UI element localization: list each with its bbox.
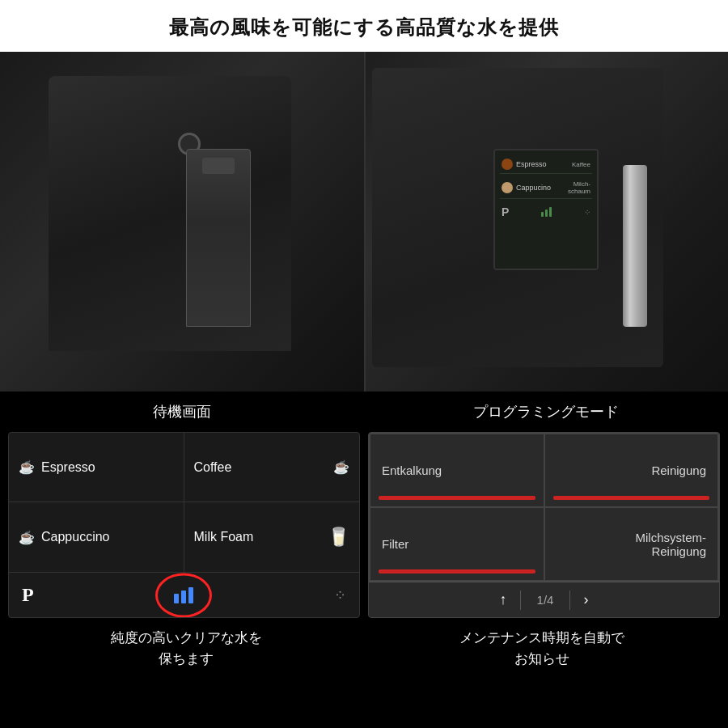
reinigung-red-bar xyxy=(553,496,710,500)
back-button[interactable]: ↑ xyxy=(487,588,520,612)
filter-indicator xyxy=(174,587,193,603)
entkalkung-label: Entkalkung xyxy=(382,463,442,477)
next-button[interactable]: › xyxy=(570,588,601,612)
coffee-label: Coffee xyxy=(194,460,232,475)
espresso-label: Espresso xyxy=(41,460,95,475)
milk-icon: 🥛 xyxy=(328,527,349,548)
chrome-dispenser xyxy=(623,165,647,327)
menu-item-cappuccino[interactable]: ☕ Cappuccino xyxy=(9,502,184,572)
display-cappuccino-text: Cappucino xyxy=(516,184,551,192)
filter-highlight-circle xyxy=(155,573,212,617)
desc-left: 純度の高いクリアな水を 保ちます xyxy=(8,628,364,699)
machine-divider xyxy=(364,52,366,392)
p-label: P xyxy=(22,584,34,606)
display-milch-text: Milch- xyxy=(574,180,590,188)
maint-item-filter[interactable]: Filter xyxy=(370,508,544,580)
maintenance-panel: Entkalkung Reinigung Filter Milchsystem-… xyxy=(368,432,720,618)
machine-left-side xyxy=(0,52,364,392)
filter-label: Filter xyxy=(382,537,408,551)
page-indicator: 1/4 xyxy=(521,590,570,610)
machine-photo-area: Espresso Kaffee Cappucino Milch- schaum … xyxy=(0,52,728,392)
desc-left-line2: 保ちます xyxy=(8,649,364,670)
maint-item-reinigung[interactable]: Reinigung xyxy=(545,434,718,506)
desc-right: メンテナンス時期を自動で お知らせ xyxy=(364,628,720,699)
cappuccino-icon: ☕ xyxy=(19,530,35,545)
standby-label: 待機画面 xyxy=(0,392,364,432)
panel-bottom-bar: P ⁘ xyxy=(9,573,359,617)
espresso-icon: ☕ xyxy=(19,459,35,475)
menu-item-milk-foam[interactable]: Milk Foam 🥛 xyxy=(184,502,360,572)
machine-display-screen: Espresso Kaffee Cappucino Milch- schaum … xyxy=(493,149,599,270)
desc-right-line2: お知らせ xyxy=(364,649,720,670)
filter-red-bar xyxy=(379,569,535,574)
panels-row: ☕ Espresso Coffee ☕ ☕ Cappuccino Milk Fo… xyxy=(0,432,728,618)
display-schaum-text: schaum xyxy=(568,188,590,195)
drink-menu-panel: ☕ Espresso Coffee ☕ ☕ Cappuccino Milk Fo… xyxy=(8,432,360,618)
display-espresso-text: Espresso xyxy=(516,160,547,168)
maint-item-entkalkung[interactable]: Entkalkung xyxy=(370,434,544,506)
display-p-label: P xyxy=(502,205,509,218)
programming-label: プログラミングモード xyxy=(364,392,728,432)
menu-item-espresso[interactable]: ☕ Espresso xyxy=(9,433,184,502)
machine-right-side: Espresso Kaffee Cappucino Milch- schaum … xyxy=(364,52,728,392)
display-espresso-icon xyxy=(502,159,513,170)
display-cappuccino-icon xyxy=(502,182,513,193)
maintenance-footer: ↑ 1/4 › xyxy=(369,582,719,617)
milk-foam-label: Milk Foam xyxy=(194,530,254,544)
reinigung-label: Reinigung xyxy=(651,463,706,477)
maint-item-milch[interactable]: Milchsystem- Reinigung xyxy=(545,508,718,580)
coffee-icon: ☕ xyxy=(333,459,349,475)
water-container xyxy=(186,149,251,327)
machine-body-left xyxy=(49,76,291,351)
labels-row: 待機画面 プログラミングモード xyxy=(0,392,728,432)
desc-left-line1: 純度の高いクリアな水を xyxy=(8,628,364,649)
display-kaffee-text: Kaffee xyxy=(572,161,590,168)
display-signal-icon: ⁘ xyxy=(584,208,590,217)
machine-body-right: Espresso Kaffee Cappucino Milch- schaum … xyxy=(372,68,663,367)
drink-menu-grid: ☕ Espresso Coffee ☕ ☕ Cappuccino Milk Fo… xyxy=(9,433,359,573)
entkalkung-red-bar xyxy=(379,496,535,500)
water-drops-icon: ⁘ xyxy=(334,586,346,604)
page-title: 最高の風味を可能にする高品質な水を提供 xyxy=(0,0,728,52)
desc-right-line1: メンテナンス時期を自動で xyxy=(364,628,720,649)
maintenance-grid: Entkalkung Reinigung Filter Milchsystem-… xyxy=(369,433,719,582)
descriptions-row: 純度の高いクリアな水を 保ちます メンテナンス時期を自動で お知らせ xyxy=(0,618,728,699)
cappuccino-label: Cappuccino xyxy=(41,530,110,544)
milch-label: Milchsystem- xyxy=(635,531,706,544)
milch-label2: Reinigung xyxy=(651,544,706,558)
menu-item-coffee[interactable]: Coffee ☕ xyxy=(184,433,360,502)
